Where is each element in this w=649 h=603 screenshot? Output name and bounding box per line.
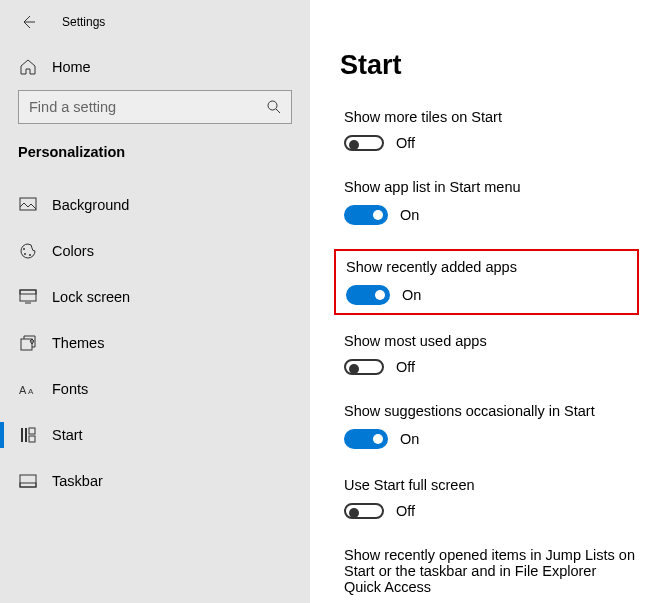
nav-label: Lock screen bbox=[52, 289, 130, 305]
toggle-switch[interactable] bbox=[344, 503, 384, 519]
svg-point-4 bbox=[29, 254, 31, 256]
svg-point-2 bbox=[23, 248, 25, 250]
nav-label: Start bbox=[52, 427, 83, 443]
toggle-switch[interactable] bbox=[344, 135, 384, 151]
svg-rect-5 bbox=[20, 290, 36, 301]
nav-label: Background bbox=[52, 197, 129, 213]
search-input[interactable] bbox=[19, 99, 257, 115]
toggle-switch[interactable] bbox=[344, 359, 384, 375]
setting-label: Use Start full screen bbox=[344, 477, 635, 493]
window-title: Settings bbox=[62, 15, 105, 29]
home-icon bbox=[18, 58, 38, 76]
lockscreen-icon bbox=[18, 289, 38, 305]
toggle-state-text: Off bbox=[396, 135, 415, 151]
setting-label: Show recently opened items in Jump Lists… bbox=[344, 547, 635, 595]
toggle-state-text: On bbox=[400, 431, 419, 447]
arrow-left-icon bbox=[20, 14, 36, 30]
start-icon bbox=[18, 427, 38, 443]
svg-point-0 bbox=[268, 101, 277, 110]
nav-label: Colors bbox=[52, 243, 94, 259]
toggle-switch[interactable] bbox=[346, 285, 390, 305]
toggle-switch[interactable] bbox=[344, 205, 388, 225]
svg-rect-6 bbox=[20, 290, 36, 294]
nav-item-colors[interactable]: Colors bbox=[0, 228, 310, 274]
topbar: Settings bbox=[0, 0, 310, 50]
search-icon bbox=[266, 99, 282, 115]
svg-text:A: A bbox=[28, 387, 34, 396]
setting-row: Show recently opened items in Jump Lists… bbox=[340, 543, 639, 603]
main-content: Start Show more tiles on StartOffShow ap… bbox=[310, 0, 649, 603]
back-button[interactable] bbox=[18, 12, 38, 32]
taskbar-icon bbox=[18, 474, 38, 488]
setting-row: Show suggestions occasionally in StartOn bbox=[340, 399, 639, 453]
settings-list: Show more tiles on StartOffShow app list… bbox=[340, 105, 639, 603]
toggle-state-text: Off bbox=[396, 503, 415, 519]
nav-item-taskbar[interactable]: Taskbar bbox=[0, 458, 310, 504]
setting-row: Show recently added appsOn bbox=[334, 249, 639, 315]
category-header: Personalization bbox=[0, 144, 310, 172]
svg-rect-14 bbox=[20, 475, 36, 487]
nav-item-fonts[interactable]: AA Fonts bbox=[0, 366, 310, 412]
nav-label: Fonts bbox=[52, 381, 88, 397]
setting-row: Show most used appsOff bbox=[340, 329, 639, 379]
toggle-state-text: On bbox=[400, 207, 419, 223]
svg-rect-13 bbox=[29, 436, 35, 442]
setting-label: Show more tiles on Start bbox=[344, 109, 635, 125]
sidebar: Settings Home Personalization Background… bbox=[0, 0, 310, 603]
setting-row: Show app list in Start menuOn bbox=[340, 175, 639, 229]
nav-label: Themes bbox=[52, 335, 104, 351]
toggle-state-text: On bbox=[402, 287, 421, 303]
themes-icon bbox=[18, 334, 38, 352]
setting-label: Show most used apps bbox=[344, 333, 635, 349]
background-icon bbox=[18, 197, 38, 213]
setting-row: Use Start full screenOff bbox=[340, 473, 639, 523]
colors-icon bbox=[18, 242, 38, 260]
nav-home-label: Home bbox=[52, 59, 91, 75]
svg-point-3 bbox=[24, 253, 26, 255]
nav-item-background[interactable]: Background bbox=[0, 182, 310, 228]
nav-label: Taskbar bbox=[52, 473, 103, 489]
search-box[interactable] bbox=[18, 90, 292, 124]
fonts-icon: AA bbox=[18, 381, 38, 397]
svg-text:A: A bbox=[19, 384, 27, 396]
svg-rect-10 bbox=[21, 428, 23, 442]
page-title: Start bbox=[340, 50, 639, 81]
nav-item-lockscreen[interactable]: Lock screen bbox=[0, 274, 310, 320]
svg-rect-12 bbox=[29, 428, 35, 434]
setting-label: Show recently added apps bbox=[346, 259, 623, 275]
setting-row: Show more tiles on StartOff bbox=[340, 105, 639, 155]
nav-item-start[interactable]: Start bbox=[0, 412, 310, 458]
svg-rect-11 bbox=[25, 428, 27, 442]
nav-home[interactable]: Home bbox=[0, 50, 310, 90]
toggle-state-text: Off bbox=[396, 359, 415, 375]
search-container bbox=[0, 90, 310, 144]
setting-label: Show suggestions occasionally in Start bbox=[344, 403, 635, 419]
setting-label: Show app list in Start menu bbox=[344, 179, 635, 195]
toggle-switch[interactable] bbox=[344, 429, 388, 449]
svg-rect-15 bbox=[20, 483, 36, 487]
nav-item-themes[interactable]: Themes bbox=[0, 320, 310, 366]
search-button[interactable] bbox=[257, 99, 291, 115]
